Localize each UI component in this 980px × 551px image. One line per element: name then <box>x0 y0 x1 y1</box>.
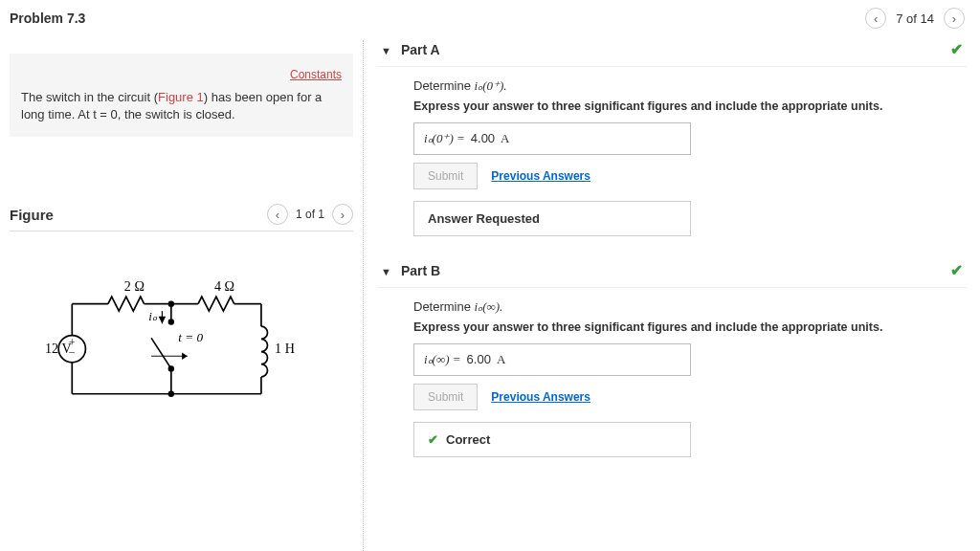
part-a-submit-button[interactable]: Submit <box>413 163 478 189</box>
part-a-instruction: Express your answer to three significant… <box>413 99 963 113</box>
figure-position: 1 of 1 <box>296 208 324 221</box>
right-column: ▼Part A ✔ Determine iₒ(0⁺). Express your… <box>364 40 980 551</box>
part-b-unit: A <box>497 352 505 367</box>
part-b: ▼Part B ✔ Determine iₒ(∞). Express your … <box>377 253 967 474</box>
part-b-value: 6.00 <box>467 352 491 366</box>
description-box: Constants The switch in the circuit (Fig… <box>10 54 353 137</box>
part-a-value: 4.00 <box>471 131 495 145</box>
part-a-prompt: Determine iₒ(0⁺). <box>413 78 963 94</box>
svg-marker-20 <box>159 317 167 324</box>
figure-title: Figure <box>10 207 54 223</box>
part-a-header[interactable]: ▼Part A ✔ <box>377 33 967 67</box>
inductor-label: 1 H <box>275 342 295 357</box>
part-a-answer: iₒ(0⁺) = 4.00 A <box>413 122 691 155</box>
problem-nav: ‹ 7 of 14 › <box>865 8 965 29</box>
part-a-unit: A <box>501 131 509 146</box>
svg-point-14 <box>168 366 173 371</box>
source-label: 12 V <box>45 342 72 357</box>
part-b-instruction: Express your answer to three significant… <box>413 320 963 334</box>
part-a-previous-answers-link[interactable]: Previous Answers <box>491 169 590 183</box>
next-problem-button[interactable]: › <box>944 8 965 29</box>
circuit-diagram: + − 12 V 2 Ω 4 Ω 1 H t = 0 iₒ <box>10 268 297 421</box>
figure-nav: ‹ 1 of 1 › <box>267 204 353 225</box>
triangle-down-icon: ▼ <box>381 266 391 277</box>
r1-label: 2 Ω <box>124 278 145 294</box>
checkmark-icon: ✔ <box>950 40 963 58</box>
current-label: iₒ <box>148 309 158 323</box>
part-b-feedback: Correct <box>413 422 691 457</box>
figure-prev-button[interactable]: ‹ <box>267 204 288 225</box>
part-b-header[interactable]: ▼Part B ✔ <box>377 253 967 288</box>
checkmark-icon: ✔ <box>950 261 963 279</box>
part-b-submit-button[interactable]: Submit <box>413 384 478 410</box>
svg-point-18 <box>168 392 173 397</box>
problem-title: Problem 7.3 <box>10 11 85 26</box>
figure-next-button[interactable]: › <box>332 204 353 225</box>
svg-line-12 <box>151 339 171 369</box>
part-a-feedback: Answer Requested <box>413 201 691 236</box>
part-b-previous-answers-link[interactable]: Previous Answers <box>491 390 590 404</box>
switch-label: t = 0 <box>178 330 203 344</box>
problem-description: The switch in the circuit (Figure 1) has… <box>21 89 342 123</box>
figure-section: Figure ‹ 1 of 1 › <box>10 204 353 443</box>
prev-problem-button[interactable]: ‹ <box>865 8 886 29</box>
svg-marker-16 <box>182 353 188 361</box>
problem-position: 7 of 14 <box>896 11 934 26</box>
svg-point-17 <box>168 301 173 306</box>
r2-label: 4 Ω <box>214 278 234 294</box>
constants-link[interactable]: Constants <box>290 67 342 83</box>
figure-link[interactable]: Figure 1 <box>158 90 204 104</box>
part-b-prompt: Determine iₒ(∞). <box>413 299 963 315</box>
part-b-answer: iₒ(∞) = 6.00 A <box>413 343 691 376</box>
part-a: ▼Part A ✔ Determine iₒ(0⁺). Express your… <box>377 33 967 253</box>
svg-point-13 <box>168 320 173 324</box>
triangle-down-icon: ▼ <box>381 45 391 56</box>
left-column: Constants The switch in the circuit (Fig… <box>0 40 364 551</box>
